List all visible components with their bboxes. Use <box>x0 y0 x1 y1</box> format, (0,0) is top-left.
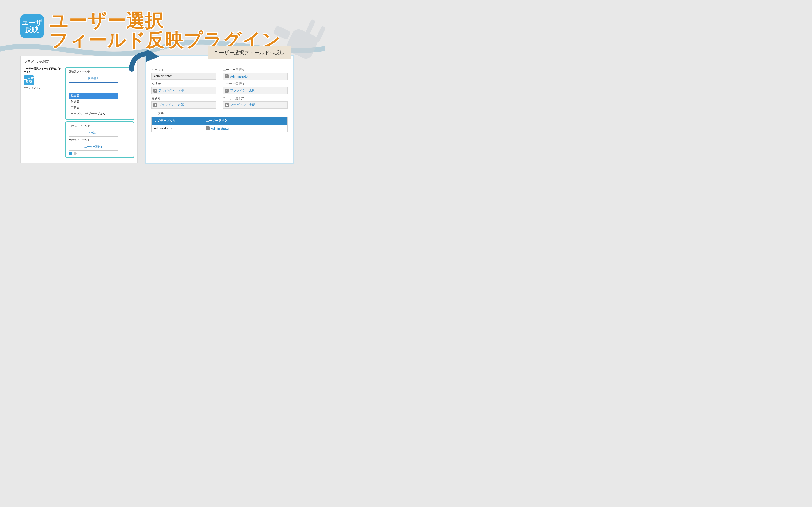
target-field-select[interactable]: ユーザー選択B <box>68 143 118 151</box>
field-label: ユーザー選択A <box>223 68 288 72</box>
callout-label: ユーザー選択フィールドへ反映 <box>208 46 291 59</box>
table-header-row: サブテーブルA ユーザー選択D <box>152 117 287 125</box>
title-line1: ユーザー選択 <box>50 11 281 30</box>
table-label: テーブル <box>151 111 288 115</box>
settings-heading: プラグインの設定 <box>20 59 137 66</box>
source-field-label-2: 反映元フィールド <box>68 124 131 128</box>
plugin-version: バージョン：1 <box>24 86 62 90</box>
field-block: 更新者 プラグイン 太郎 <box>151 97 216 109</box>
user-icon <box>206 126 209 130</box>
table-row: Administrator Administrator <box>152 125 287 132</box>
user-icon <box>153 89 157 93</box>
dropdown-item[interactable]: 更新者 <box>69 105 118 111</box>
subtable: サブテーブルA ユーザー選択D Administrator Administra… <box>151 117 288 132</box>
user-field-value: プラグイン 太郎 <box>151 87 216 94</box>
settings-panel: プラグインの設定 ユーザー選択フィールド反映プラグイン ユーザ 反映 バージョン… <box>20 56 138 163</box>
app-icon-line2: 反映 <box>25 26 39 33</box>
table-header: ユーザー選択D <box>203 117 287 125</box>
source-field-select[interactable]: 担当者１ <box>68 74 118 82</box>
user-icon <box>153 103 157 107</box>
page-title: ユーザー選択 フィールド反映プラグイン <box>50 11 281 50</box>
dropdown-separator: -------- <box>69 89 118 93</box>
field-label: ユーザー選択B <box>223 82 288 86</box>
source-field-select-2[interactable]: 作成者 <box>68 129 118 136</box>
remove-row-button[interactable] <box>73 152 77 155</box>
dropdown-item[interactable]: テーブル サブテーブルA <box>69 111 118 117</box>
config-box-2: 反映元フィールド 作成者 反映先フィールド ユーザー選択B <box>65 121 134 158</box>
config-box-1: 反映元フィールド 担当者１ -------- 担当者１ 作成者 更新者 テーブル… <box>65 67 134 120</box>
table-cell: Administrator <box>203 125 287 132</box>
plugin-name: ユーザー選択フィールド反映プラグイン <box>24 67 62 75</box>
dropdown-list: -------- 担当者１ 作成者 更新者 テーブル サブテーブルA <box>68 89 118 117</box>
field-block: ユーザー選択B プラグイン 太郎 <box>223 82 288 94</box>
source-field-label: 反映元フィールド <box>68 70 131 73</box>
plugin-icon: ユーザ 反映 <box>24 75 34 86</box>
field-block: ユーザー選択A Administrator <box>223 68 288 80</box>
user-field-value: プラグイン 太郎 <box>223 101 288 109</box>
user-field-value: Administrator <box>223 73 288 80</box>
dropdown-item[interactable]: 作成者 <box>69 99 118 105</box>
user-icon <box>225 74 229 78</box>
table-header: サブテーブルA <box>152 117 203 125</box>
user-icon <box>225 89 229 93</box>
target-field-label: 反映先フィールド <box>68 138 131 142</box>
add-row-button[interactable] <box>69 152 72 155</box>
user-icon <box>225 103 229 107</box>
field-label: 更新者 <box>151 97 216 101</box>
dropdown-item[interactable]: 担当者１ <box>69 93 118 99</box>
user-field-value: プラグイン 太郎 <box>151 101 216 109</box>
app-icon: ユーザ 反映 <box>20 14 44 38</box>
field-block: 作成者 プラグイン 太郎 <box>151 82 216 94</box>
arrow-icon <box>129 48 163 74</box>
result-panel: ユーザー選択フィールドへ反映 担当者１ Administrator ユーザー選択… <box>146 56 293 163</box>
user-field-value: プラグイン 太郎 <box>223 87 288 94</box>
field-label: 作成者 <box>151 82 216 86</box>
app-icon-line1: ユーザ <box>22 19 42 26</box>
field-label: ユーザー選択C <box>223 97 288 101</box>
field-block: ユーザー選択C プラグイン 太郎 <box>223 97 288 109</box>
dropdown-search-input[interactable] <box>68 82 118 88</box>
table-cell: Administrator <box>152 125 203 132</box>
